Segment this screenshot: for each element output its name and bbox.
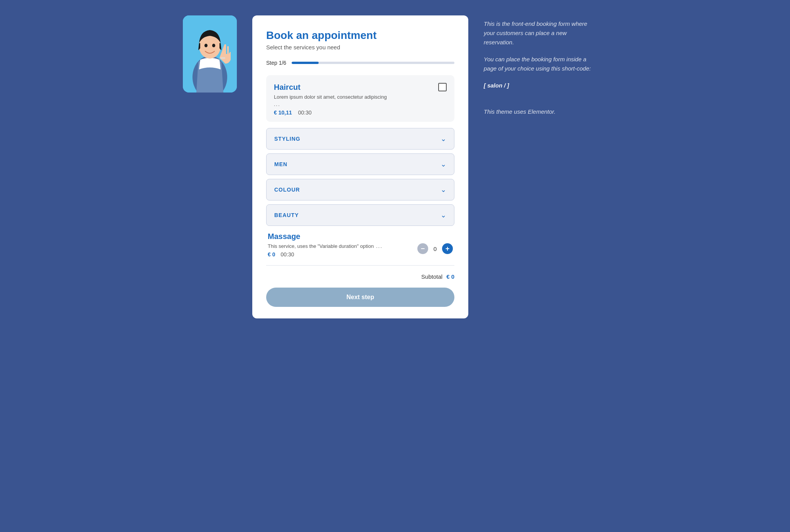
svg-point-5 bbox=[212, 44, 215, 47]
accordion-styling-label: STYLING bbox=[274, 136, 300, 142]
progress-bar-bg bbox=[292, 62, 454, 64]
page-title: Book an appointment bbox=[266, 29, 454, 42]
haircut-meta: € 10,11 00:30 bbox=[274, 109, 387, 116]
svg-point-4 bbox=[204, 44, 208, 47]
accordion-colour-label: COLOUR bbox=[274, 187, 300, 193]
sidebar-description-2: You can place the booking form inside a … bbox=[484, 55, 592, 73]
massage-quantity-controls: − 0 + bbox=[417, 243, 453, 254]
accordion-beauty: BEAUTY ⌄ bbox=[266, 204, 454, 226]
haircut-description: Lorem ipsum dolor sit amet, consectetur … bbox=[274, 94, 387, 100]
accordion-colour: COLOUR ⌄ bbox=[266, 179, 454, 200]
accordion-men-header[interactable]: MEN ⌄ bbox=[267, 154, 454, 175]
accordion-men: MEN ⌄ bbox=[266, 153, 454, 175]
haircut-price: € 10,11 bbox=[274, 109, 292, 116]
massage-desc-row: This service, uses the "Variable duratio… bbox=[268, 243, 383, 249]
accordion-styling-header[interactable]: STYLING ⌄ bbox=[267, 128, 454, 149]
subtotal-value: € 0 bbox=[446, 273, 454, 280]
accordion-beauty-label: BEAUTY bbox=[274, 212, 299, 218]
massage-section: Massage This service, uses the "Variable… bbox=[266, 232, 454, 258]
haircut-duration: 00:30 bbox=[298, 109, 312, 116]
massage-duration: 00:30 bbox=[280, 251, 294, 258]
divider bbox=[266, 265, 454, 266]
right-panel: This is the front-end booking form where… bbox=[484, 15, 592, 124]
haircut-name: Haircut bbox=[274, 83, 387, 92]
massage-decrement-button[interactable]: − bbox=[417, 243, 428, 254]
accordion-men-label: MEN bbox=[274, 161, 287, 167]
page-subtitle: Select the services you need bbox=[266, 44, 454, 51]
progress-bar-fill bbox=[292, 62, 319, 64]
step-label: Step 1/6 bbox=[266, 60, 286, 66]
next-step-button[interactable]: Next step bbox=[266, 288, 454, 307]
massage-quantity: 0 bbox=[431, 246, 439, 252]
massage-increment-button[interactable]: + bbox=[442, 243, 453, 254]
haircut-section: Haircut Lorem ipsum dolor sit amet, cons… bbox=[266, 75, 454, 122]
accordion-styling: STYLING ⌄ bbox=[266, 128, 454, 150]
accordion-colour-header[interactable]: COLOUR ⌄ bbox=[267, 179, 454, 200]
haircut-dots: ... bbox=[274, 101, 387, 107]
step-progress-row: Step 1/6 bbox=[266, 60, 454, 66]
chevron-down-icon: ⌄ bbox=[441, 185, 446, 194]
subtotal-label: Subtotal bbox=[421, 273, 442, 280]
subtotal-row: Subtotal € 0 bbox=[266, 273, 454, 280]
hero-image bbox=[183, 15, 237, 93]
massage-dots: ... bbox=[376, 243, 383, 249]
massage-name: Massage bbox=[268, 232, 453, 241]
massage-description: This service, uses the "Variable duratio… bbox=[268, 243, 374, 249]
sidebar-description-1: This is the front-end booking form where… bbox=[484, 19, 592, 47]
sidebar-description-3: This theme uses Elementor. bbox=[484, 107, 592, 116]
chevron-down-icon: ⌄ bbox=[441, 135, 446, 143]
sidebar-shortcode: [ salon / ] bbox=[484, 81, 592, 90]
chevron-down-icon: ⌄ bbox=[441, 160, 446, 168]
accordion-beauty-header[interactable]: BEAUTY ⌄ bbox=[267, 205, 454, 226]
svg-rect-6 bbox=[220, 57, 225, 59]
booking-card: Book an appointment Select the services … bbox=[252, 15, 468, 318]
haircut-checkbox[interactable] bbox=[438, 83, 447, 91]
chevron-down-icon: ⌄ bbox=[441, 211, 446, 219]
massage-price: € 0 bbox=[268, 251, 275, 258]
